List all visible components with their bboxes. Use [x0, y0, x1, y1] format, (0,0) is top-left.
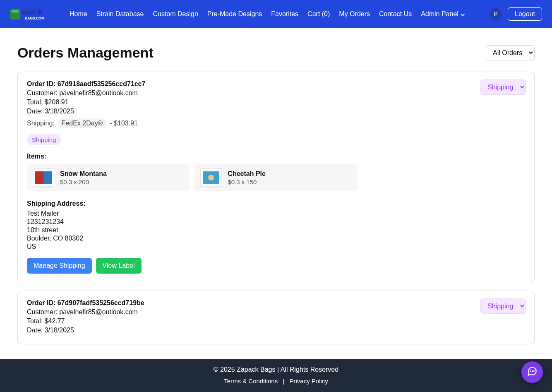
svg-point-6 [534, 371, 534, 371]
navbar: Zapack BAGS.COM Home Strain Database Cus… [0, 0, 552, 28]
address-country: US [27, 243, 525, 250]
date-label: Date: [27, 108, 43, 115]
total-label: Total: [27, 317, 43, 325]
svg-point-4 [530, 371, 531, 371]
customer-value: pavelnefir85@outlook.com [59, 308, 138, 315]
address-city-state-zip: Boulder, CO 80302 [27, 235, 525, 242]
nav-home[interactable]: Home [70, 10, 87, 18]
order-shipping-row: Shipping: FedEx 2Day® - $103.91 [27, 118, 525, 128]
nav-cart[interactable]: Cart (0) [307, 10, 330, 18]
address-phone: 1231231234 [27, 218, 525, 226]
card-actions: Manage Shipping View Label [27, 258, 525, 274]
nav-admin-panel-label: Admin Panel [421, 10, 458, 18]
footer-privacy-link[interactable]: Privacy Policy [289, 378, 328, 385]
address-name: Test Mailer [27, 210, 525, 217]
logout-button[interactable]: Logout [508, 7, 542, 21]
svg-text:BAGS.COM: BAGS.COM [25, 16, 44, 20]
avatar[interactable]: P [490, 8, 502, 20]
chat-button[interactable] [521, 361, 543, 383]
logo[interactable]: Zapack BAGS.COM [10, 6, 57, 22]
order-total-row: Total: $208.91 [27, 99, 525, 106]
order-item: Snow Montana $0.3 x 200 [27, 164, 190, 191]
page-header: Orders Management All Orders [17, 45, 535, 61]
svg-text:Zapack: Zapack [22, 8, 43, 15]
date-value: 3/18/2025 [45, 108, 74, 115]
order-card: Shipping Order ID: 67d907fadf535256ccd71… [17, 291, 535, 344]
order-customer-row: Customer: pavelnefir85@outlook.com [27, 89, 525, 97]
nav-links: Home Strain Database Custom Design Pre-M… [70, 10, 465, 18]
order-id-value: 67d918aedf535256ccd71cc7 [58, 80, 146, 87]
items-grid: Snow Montana $0.3 x 200 Cheetah Pie $0.3… [27, 164, 525, 191]
item-price: $0.3 x 150 [228, 178, 266, 185]
order-card: Shipping Order ID: 67d918aedf535256ccd71… [17, 72, 535, 282]
nav-premade-designs[interactable]: Pre-Made Designs [207, 10, 262, 18]
order-customer-row: Customer: pavelnefir85@outlook.com [27, 308, 525, 316]
footer-terms-link[interactable]: Terms & Conditions [224, 378, 278, 385]
customer-value: pavelnefir85@outlook.com [59, 89, 138, 96]
shipping-cost: - $103.91 [110, 120, 138, 127]
orders-filter-select[interactable]: All Orders [486, 45, 535, 60]
footer-links: Terms & Conditions | Privacy Policy [0, 378, 552, 385]
order-status-select[interactable]: Shipping [480, 298, 526, 314]
order-date-row: Date: 3/18/2025 [27, 327, 525, 334]
order-id-row: Order ID: 67d918aedf535256ccd71cc7 [27, 80, 525, 88]
status-badge: Shipping [27, 134, 61, 145]
svg-rect-1 [12, 10, 19, 13]
total-label: Total: [27, 99, 43, 106]
order-id-row: Order ID: 67d907fadf535256ccd719be [27, 299, 525, 307]
svg-point-5 [532, 371, 533, 371]
order-total-row: Total: $42.77 [27, 317, 525, 325]
nav-my-orders[interactable]: My Orders [339, 10, 370, 18]
order-status-select[interactable]: Shipping [480, 79, 526, 95]
nav-admin-panel[interactable]: Admin Panel [421, 10, 465, 18]
nav-strain-database[interactable]: Strain Database [96, 10, 144, 18]
items-heading: Items: [27, 153, 525, 160]
date-label: Date: [27, 327, 43, 334]
order-id-value: 67d907fadf535256ccd719be [58, 299, 144, 306]
item-thumbnail [200, 168, 222, 187]
address-street: 10th street [27, 226, 525, 234]
chat-icon [527, 366, 538, 378]
item-name: Cheetah Pie [228, 170, 266, 178]
chevron-down-icon [460, 12, 465, 17]
total-value: $42.77 [45, 317, 65, 325]
shipping-label: Shipping: [27, 120, 55, 127]
shipping-method-badge: FedEx 2Day® [58, 118, 106, 128]
order-id-label: Order ID: [27, 299, 55, 306]
shipping-address: Test Mailer 1231231234 10th street Bould… [27, 210, 525, 250]
item-name: Snow Montana [60, 170, 107, 178]
manage-shipping-button[interactable]: Manage Shipping [27, 258, 92, 274]
customer-label: Customer: [27, 89, 58, 96]
customer-label: Customer: [27, 308, 58, 315]
order-item: Cheetah Pie $0.3 x 150 [194, 164, 357, 191]
page-title: Orders Management [17, 45, 154, 61]
date-value: 3/18/2025 [45, 327, 74, 334]
main-container: Orders Management All Orders Shipping Or… [0, 28, 552, 392]
nav-right: P Logout [490, 7, 542, 21]
item-thumbnail [33, 168, 54, 187]
nav-favorites[interactable]: Favorites [271, 10, 298, 18]
footer-copyright: © 2025 Zapack Bags | All Rights Reserved [0, 366, 552, 373]
view-label-button[interactable]: View Label [96, 258, 142, 274]
order-date-row: Date: 3/18/2025 [27, 108, 525, 115]
item-price: $0.3 x 200 [60, 178, 107, 185]
footer-separator: | [283, 378, 284, 385]
nav-custom-design[interactable]: Custom Design [153, 10, 198, 18]
total-value: $208.91 [45, 99, 69, 106]
nav-contact-us[interactable]: Contact Us [379, 10, 412, 18]
footer: © 2025 Zapack Bags | All Rights Reserved… [0, 359, 552, 392]
shipping-address-heading: Shipping Address: [27, 200, 525, 207]
order-id-label: Order ID: [27, 80, 55, 87]
